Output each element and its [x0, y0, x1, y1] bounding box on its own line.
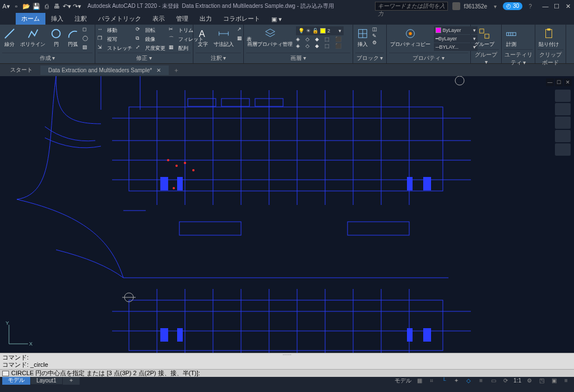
undo-icon[interactable]: ↶▾	[63, 2, 71, 10]
layer-tool5[interactable]: ⬛	[335, 36, 344, 42]
tab-start[interactable]: スタート	[2, 64, 40, 76]
close-icon[interactable]: ✕	[564, 2, 572, 10]
sb-trans-icon[interactable]: ▭	[489, 377, 498, 385]
app-menu-icon[interactable]: A▾	[2, 2, 10, 10]
saveas-icon[interactable]: ⎙	[43, 2, 50, 10]
cmd-resize-handle[interactable]	[1, 352, 573, 354]
panel-layer-title[interactable]: 画層 ▾	[246, 53, 350, 63]
rect-tool[interactable]: ◻	[82, 26, 90, 34]
sb-gear-icon[interactable]: ⚙	[525, 377, 534, 385]
sb-model[interactable]: モデル	[395, 377, 411, 385]
layer-combo[interactable]: 💡☀🔓2▾	[296, 26, 344, 35]
dim-button[interactable]: 寸法記入	[212, 26, 235, 49]
nav-orbit-icon[interactable]	[555, 143, 571, 156]
scale-tool[interactable]: ⤢尺度変更	[136, 44, 165, 52]
tab-output[interactable]: 出力	[194, 13, 217, 25]
move-tool[interactable]: ↔移動	[98, 26, 132, 34]
block-tool3[interactable]: ⚙	[372, 40, 377, 45]
polyline-button[interactable]: ポリライン	[19, 26, 47, 49]
plot-icon[interactable]: 🖶	[53, 2, 61, 10]
tab-collaborate[interactable]: コラボレート	[217, 13, 266, 25]
layer-tool8[interactable]: ◆	[315, 43, 321, 49]
sb-polar-icon[interactable]: ✦	[452, 377, 461, 385]
tab-new[interactable]: ＋	[169, 64, 184, 76]
sb-lwt-icon[interactable]: ≡	[476, 377, 485, 385]
sb-snap-icon[interactable]: ⌗	[427, 377, 436, 385]
sb-clean-icon[interactable]: ▣	[549, 377, 558, 385]
dropdown-icon[interactable]: ▾	[490, 2, 499, 10]
layerprop-button[interactable]: 画層プロパティ管理	[246, 26, 294, 49]
nav-pan-icon[interactable]	[555, 116, 571, 129]
tab-extra[interactable]: ▣ ▾	[266, 14, 288, 25]
nav-home-icon[interactable]	[555, 90, 571, 102]
tab-annotate[interactable]: 注釈	[69, 13, 92, 25]
layer-tool4[interactable]: ⬚	[325, 36, 332, 42]
panel-prop-title[interactable]: プロパティ ▾	[389, 53, 468, 63]
sb-ratio[interactable]: 1:1	[513, 377, 521, 384]
sb-osnap-icon[interactable]: ◇	[464, 377, 473, 385]
layer-tool6[interactable]: ◈	[296, 43, 302, 49]
stretch-tool[interactable]: ⇲ストレッチ	[98, 44, 132, 52]
panel-group-title[interactable]: グループ ▾	[473, 49, 499, 66]
help-icon[interactable]: ?	[526, 2, 535, 10]
hatch-tool[interactable]: ▨	[82, 44, 90, 52]
command-line[interactable]: CIRCLE 円の中心点を指定 または [3 点(3P) 2 点(2P) 接、接…	[0, 369, 574, 377]
block-tool1[interactable]: ◫	[372, 26, 377, 32]
layer-tool9[interactable]: ⬚	[325, 43, 332, 49]
arc-button[interactable]: 円弧	[66, 26, 80, 49]
line-button[interactable]: 線分	[2, 26, 17, 49]
measure-button[interactable]: 計測	[504, 26, 519, 49]
open-icon[interactable]: 📂	[22, 2, 30, 10]
tab-home[interactable]: ホーム	[16, 13, 45, 25]
svg-point-59	[184, 162, 186, 164]
panel-create-title[interactable]: 作成 ▾	[2, 53, 92, 63]
layout-1[interactable]: Layout1	[31, 377, 62, 384]
panel-util-title[interactable]: ユーティリティ ▾	[504, 49, 533, 68]
paste-button[interactable]: 貼り付け	[538, 26, 560, 49]
block-tool2[interactable]: ✎	[372, 33, 377, 39]
vp-max-icon[interactable]: ☐	[555, 78, 563, 86]
sb-iso-icon[interactable]: ◳	[537, 377, 546, 385]
copy-tool[interactable]: ❐複写	[98, 35, 132, 43]
notification-badge[interactable]: ◴ 30	[503, 2, 522, 10]
minimize-icon[interactable]: —	[541, 2, 549, 10]
layer-tool3[interactable]: ◆	[315, 36, 321, 42]
layer-tool1[interactable]: ◈	[296, 36, 302, 42]
layer-tool10[interactable]: ⬛	[335, 43, 344, 49]
sb-cycle-icon[interactable]: ⟳	[501, 377, 510, 385]
maximize-icon[interactable]: ☐	[553, 2, 561, 10]
tab-parametric[interactable]: パラメトリック	[92, 13, 147, 25]
panel-anno-title[interactable]: 注釈 ▾	[196, 53, 241, 63]
search-input[interactable]: キーワードまたは語句を入力	[375, 2, 448, 11]
mirror-tool[interactable]: ⧉鏡像	[136, 35, 165, 43]
sb-ortho-icon[interactable]: └	[439, 377, 448, 385]
save-icon[interactable]: 💾	[33, 2, 40, 10]
layer-tool2[interactable]: ◇	[305, 36, 312, 42]
redo-icon[interactable]: ↷▾	[73, 2, 81, 10]
circle-button[interactable]: 円	[49, 26, 63, 49]
panel-modify-title[interactable]: 修正 ▾	[98, 53, 191, 63]
group-button[interactable]: グループ	[473, 26, 496, 49]
drawing-canvas[interactable]: — ☐ ✕ YX	[0, 76, 574, 353]
tab-close-icon[interactable]: ✕	[156, 67, 161, 73]
user-icon[interactable]	[452, 2, 460, 10]
sb-grid-icon[interactable]: ▦	[415, 377, 424, 385]
text-button[interactable]: A文字	[196, 26, 210, 49]
tab-manage[interactable]: 管理	[170, 13, 194, 25]
ellipse-tool[interactable]: ◯	[82, 35, 90, 43]
panel-modify: ↔移動 ⟳回転 ✂トリム ❐複写 ⧉鏡像 ⌒フィレット ⇲ストレッチ ⤢尺度変更…	[95, 25, 193, 63]
rotate-tool[interactable]: ⟳回転	[136, 26, 165, 34]
layer-tool7[interactable]: ◇	[305, 43, 312, 49]
tab-drawing[interactable]: Data Extraction and Multileaders Sample*…	[40, 66, 169, 75]
vp-close-icon[interactable]: ✕	[564, 78, 572, 86]
panel-block-title[interactable]: ブロック ▾	[355, 53, 384, 63]
insert-button[interactable]: 挿入	[355, 26, 370, 49]
tab-view[interactable]: 表示	[147, 13, 170, 25]
sb-custom-icon[interactable]: ≡	[562, 377, 571, 385]
vp-min-icon[interactable]: —	[546, 78, 554, 86]
new-icon[interactable]: ▫	[12, 2, 20, 10]
nav-zoom-icon[interactable]	[555, 130, 571, 142]
propcopy-button[interactable]: プロパティコピー	[389, 26, 432, 49]
tab-insert[interactable]: 挿入	[45, 13, 69, 25]
nav-wheel-icon[interactable]	[555, 103, 571, 115]
